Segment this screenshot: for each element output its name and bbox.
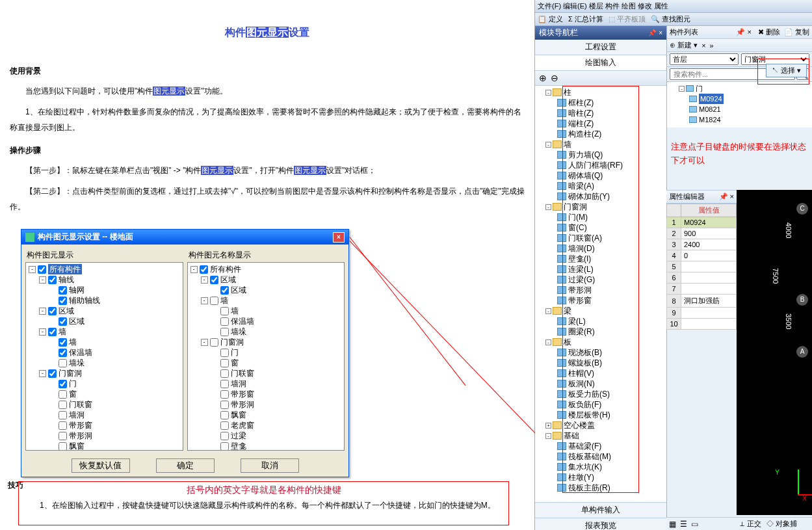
tree-node[interactable]: 门 <box>27 378 181 389</box>
tree-display[interactable]: -所有构件-轴线轴网辅助轴线-区域区域-墙墙保温墙墙垛-门窗洞门窗门联窗墙洞带形… <box>25 262 183 451</box>
expand-icon[interactable]: - <box>39 308 46 315</box>
property-row[interactable]: 7 <box>667 284 737 295</box>
expand-icon[interactable]: - <box>39 276 46 284</box>
ortho-toggle[interactable]: ⊥ 正交 <box>739 519 761 529</box>
tree-checkbox[interactable] <box>220 442 229 451</box>
list-icon[interactable]: ☰ <box>680 520 687 529</box>
tree-node[interactable]: 窗 <box>189 358 343 368</box>
tree-checkbox[interactable] <box>59 432 67 440</box>
property-row[interactable]: 1M0924 <box>667 217 737 228</box>
menu-bar[interactable]: 文件(F) 编辑(E) 楼层 构件 绘图 修改 属性 <box>535 0 812 13</box>
sum-button[interactable]: Σ 汇总计算 <box>568 14 603 24</box>
tree-node[interactable]: 壁龛 <box>189 441 343 451</box>
tree-node[interactable]: -轴线 <box>27 274 181 285</box>
tree-node[interactable]: 辅助轴线 <box>27 295 181 306</box>
expand-icon[interactable]: - <box>201 276 208 284</box>
nav-item[interactable]: 暗梁(A) <box>536 181 665 191</box>
collapse-icon[interactable]: ⊖ <box>551 73 558 83</box>
nav-item[interactable]: 门联窗(A) <box>536 233 665 243</box>
grid-point-b[interactable]: B <box>796 294 808 306</box>
property-row[interactable]: 10 <box>667 319 737 330</box>
tree-checkbox[interactable] <box>59 297 67 305</box>
component-item[interactable]: M0821 <box>668 104 811 114</box>
nav-item[interactable]: -基础 <box>536 431 665 441</box>
tree-node[interactable]: 门 <box>189 347 343 358</box>
tree-checkbox[interactable] <box>220 286 229 295</box>
tree-checkbox[interactable] <box>59 380 67 388</box>
tree-checkbox[interactable] <box>210 276 218 284</box>
nav-item[interactable]: 梁(L) <box>536 316 665 326</box>
expand-icon[interactable]: - <box>190 266 198 273</box>
tree-checkbox[interactable] <box>220 432 229 440</box>
tree-node[interactable]: 墙 <box>27 337 181 347</box>
cancel-button[interactable]: 取消 <box>241 458 299 473</box>
nav-item[interactable]: 带形窗 <box>536 295 665 306</box>
expand-icon[interactable]: - <box>39 370 46 377</box>
component-tree[interactable]: -门M0924M0821M1824 <box>667 82 812 127</box>
more-icon[interactable]: » <box>710 42 714 49</box>
tree-node[interactable]: 区域 <box>189 285 343 295</box>
tree-node[interactable]: 保温墙 <box>27 347 181 358</box>
menu-items[interactable]: 文件(F) 编辑(E) 楼层 构件 绘图 修改 属性 <box>538 1 668 11</box>
tree-checkbox[interactable] <box>48 328 57 336</box>
expand-icon[interactable]: - <box>545 433 551 439</box>
tree-checkbox[interactable] <box>38 265 46 274</box>
nav-item[interactable]: -板 <box>536 337 665 347</box>
close-icon[interactable]: × <box>333 232 345 243</box>
nav-item[interactable]: 壁龛(I) <box>536 254 665 264</box>
tree-node[interactable]: 带形洞 <box>189 399 343 410</box>
tree-checkbox[interactable] <box>220 359 229 367</box>
nav-item[interactable]: 基础梁(F) <box>536 441 665 451</box>
nav-item[interactable]: 人防门框墙(RF) <box>536 160 665 170</box>
nav-item[interactable]: -墙 <box>536 139 665 150</box>
tree-name-display[interactable]: -所有构件-区域区域-墙墙保温墙墙垛-门窗洞门窗门联窗墙洞带形窗带形洞飘窗老虎窗… <box>187 262 345 451</box>
tree-checkbox[interactable] <box>200 265 208 274</box>
tree-node[interactable]: 门联窗 <box>189 368 343 378</box>
tree-node[interactable]: 墙 <box>189 306 343 316</box>
tree-checkbox[interactable] <box>59 359 67 367</box>
expand-icon[interactable]: - <box>545 204 551 210</box>
tree-checkbox[interactable] <box>59 338 67 347</box>
tree-node[interactable]: 墙洞 <box>27 410 181 420</box>
tree-node[interactable]: 保温墙 <box>189 316 343 326</box>
tree-checkbox[interactable] <box>220 369 229 378</box>
tree-checkbox[interactable] <box>210 338 218 347</box>
component-item[interactable]: M1824 <box>668 114 811 125</box>
tree-node[interactable]: 墙洞 <box>189 378 343 389</box>
nav-item[interactable]: 端柱(Z) <box>536 118 665 129</box>
new-button[interactable]: ⊕ 新建 ▾ <box>670 40 698 50</box>
nav-item[interactable]: 暗柱(Z) <box>536 108 665 118</box>
tree-checkbox[interactable] <box>220 317 229 326</box>
tree-checkbox[interactable] <box>220 349 229 357</box>
grid-point-c[interactable]: C <box>796 203 808 215</box>
property-row[interactable]: 32400 <box>667 239 737 250</box>
expand-icon[interactable]: - <box>201 339 208 346</box>
nav-item[interactable]: 砌体加筋(Y) <box>536 191 665 202</box>
nav-item[interactable]: 柱墩(Y) <box>536 472 665 483</box>
tree-checkbox[interactable] <box>220 307 229 315</box>
tree-node[interactable]: 墙垛 <box>27 358 181 368</box>
card-icon[interactable]: ▭ <box>691 520 698 529</box>
dialog-titlebar[interactable]: 构件图元显示设置 -- 楼地面 × <box>21 230 348 245</box>
nav-item[interactable]: +空心楼盖 <box>536 420 665 431</box>
tree-checkbox[interactable] <box>220 411 229 419</box>
nav-item[interactable]: 门(M) <box>536 212 665 222</box>
tab-draw-input[interactable]: 绘图输入 <box>535 55 666 71</box>
tree-node[interactable]: 窗 <box>27 389 181 399</box>
nav-item[interactable]: 框柱(Z) <box>536 98 665 108</box>
expand-icon[interactable]: - <box>545 308 551 314</box>
tree-node[interactable]: -墙 <box>27 326 181 337</box>
tree-node[interactable]: 带形窗 <box>27 420 181 431</box>
tree-checkbox[interactable] <box>220 421 229 430</box>
expand-icon[interactable]: + <box>545 423 551 429</box>
tree-checkbox[interactable] <box>59 317 67 326</box>
tree-checkbox[interactable] <box>48 307 57 315</box>
nav-tree[interactable]: -柱框柱(Z)暗柱(Z)端柱(Z)构造柱(Z)-墙剪力墙(Q)人防门框墙(RF)… <box>535 86 666 502</box>
tree-node[interactable]: 带形窗 <box>189 389 343 399</box>
tab-single-input[interactable]: 单构件输入 <box>535 502 666 518</box>
delete-button[interactable]: ✖ 删除 <box>758 27 780 37</box>
nav-item[interactable]: 墙洞(D) <box>536 243 665 254</box>
nav-item[interactable]: -梁 <box>536 306 665 316</box>
tree-node[interactable]: 飘窗 <box>27 441 181 451</box>
nav-item[interactable]: 连梁(L) <box>536 264 665 274</box>
